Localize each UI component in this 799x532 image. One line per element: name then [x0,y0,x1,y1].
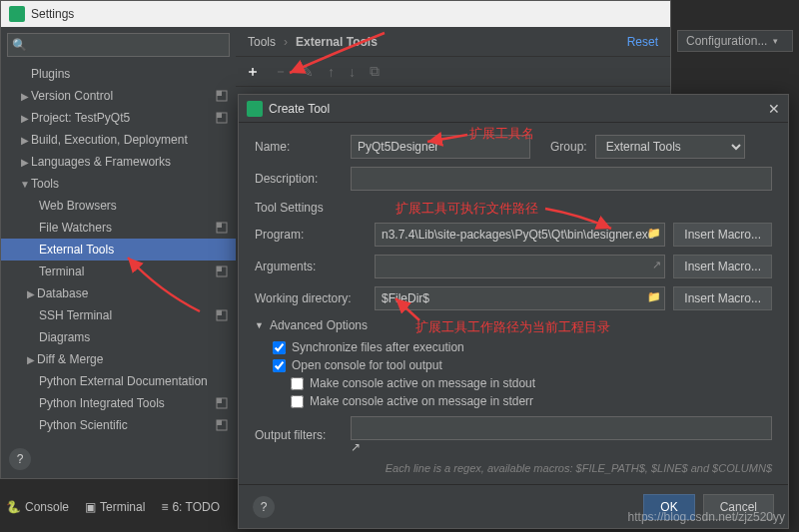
project-scope-icon [216,397,228,409]
tree-terminal[interactable]: Terminal [1,261,236,282]
tree-web-browsers[interactable]: Web Browsers [1,195,236,217]
dialog-help-button[interactable]: ? [253,496,275,518]
sync-checkbox-row: Synchronize files after execution [273,340,772,354]
remove-button[interactable]: － [274,63,288,81]
tree-languages[interactable]: ▶Languages & Frameworks [1,151,236,173]
filters-hint: Each line is a regex, available macros: … [255,462,772,474]
project-scope-icon [216,90,228,102]
svg-rect-7 [217,266,222,271]
tree-py-ext-doc[interactable]: Python External Documentation [1,370,236,392]
breadcrumb-root[interactable]: Tools [248,35,276,49]
bottom-console[interactable]: 🐍Console [6,500,69,514]
search-input[interactable] [7,33,230,57]
bottom-toolbar: 🐍Console ▣Terminal ≡6: TODO [6,500,220,514]
workdir-input[interactable] [375,286,665,310]
project-scope-icon [216,222,228,234]
insert-macro-arguments[interactable]: Insert Macro... [673,255,772,278]
project-scope-icon [216,309,228,321]
stderr-checkbox[interactable] [291,395,304,408]
reset-link[interactable]: Reset [627,35,658,49]
tree-tools[interactable]: ▼Tools [1,173,236,195]
copy-button[interactable]: ⧉ [370,63,380,80]
console-checkbox-row: Open console for tool output [273,358,772,372]
arguments-label: Arguments: [255,260,375,273]
close-icon[interactable]: ✕ [768,101,780,117]
stdout-checkbox[interactable] [291,377,304,390]
advanced-options-toggle[interactable]: ▼Advanced Options [255,318,772,332]
bottom-terminal[interactable]: ▣Terminal [85,500,145,514]
svg-rect-1 [217,91,222,96]
bottom-todo[interactable]: ≡6: TODO [161,500,220,514]
description-label: Description: [255,172,351,186]
program-input[interactable] [375,223,665,247]
edit-button[interactable]: ✎ [302,64,314,80]
group-label: Group: [550,140,587,154]
tree-file-watchers[interactable]: File Watchers [1,217,236,239]
expand-icon[interactable]: ↗ [652,259,661,271]
move-down-button[interactable]: ↓ [349,64,356,80]
ok-button[interactable]: OK [643,494,694,520]
todo-icon: ≡ [161,500,168,514]
search-icon: 🔍 [12,38,27,52]
filters-input[interactable] [351,416,772,440]
tree-plugins[interactable]: Plugins [1,63,236,85]
breadcrumb-leaf: External Tools [296,35,378,49]
project-scope-icon [216,112,228,124]
open-console-checkbox[interactable] [273,359,286,372]
browse-icon[interactable]: 📁 [647,290,661,303]
app-icon [9,6,25,22]
toolbar: ＋ － ✎ ↑ ↓ ⧉ [236,57,670,87]
arguments-input[interactable] [375,255,665,278]
insert-macro-workdir[interactable]: Insert Macro... [673,286,772,310]
terminal-icon: ▣ [85,500,96,514]
svg-rect-5 [217,223,222,228]
program-label: Program: [255,228,375,242]
settings-tree: Plugins ▶Version Control ▶Project: TestP… [1,63,236,440]
console-icon: 🐍 [6,500,21,514]
breadcrumb: Tools › External Tools Reset [236,27,670,57]
group-select[interactable]: External Tools [595,135,745,159]
workdir-label: Working directory: [255,291,375,305]
cancel-button[interactable]: Cancel [703,494,774,520]
dialog-titlebar: Create Tool ✕ [239,95,788,123]
svg-rect-13 [217,420,222,425]
app-icon [247,101,263,117]
breadcrumb-separator: › [284,35,288,49]
settings-title: Settings [31,7,74,21]
description-input[interactable] [351,167,772,191]
dialog-title: Create Tool [269,102,330,116]
settings-titlebar: Settings [1,1,670,27]
create-tool-dialog: Create Tool ✕ Name: Group: External Tool… [238,94,789,529]
tree-database[interactable]: ▶Database [1,282,236,304]
tree-build[interactable]: ▶Build, Execution, Deployment [1,129,236,151]
insert-macro-program[interactable]: Insert Macro... [673,223,772,247]
dialog-footer: ? OK Cancel [239,484,788,528]
project-scope-icon [216,419,228,431]
run-configuration-dropdown[interactable]: Configuration... ▾ [677,30,793,52]
svg-rect-9 [217,310,222,315]
expand-icon[interactable]: ↗ [351,440,361,454]
help-button[interactable]: ? [9,448,31,470]
tree-py-sci[interactable]: Python Scientific [1,414,236,436]
tree-diff-merge[interactable]: ▶Diff & Merge [1,348,236,370]
tree-py-int-tools[interactable]: Python Integrated Tools [1,392,236,414]
chevron-down-icon: ▾ [773,36,778,46]
browse-icon[interactable]: 📁 [647,227,661,240]
chevron-down-icon: ▼ [255,320,264,330]
svg-rect-11 [217,398,222,403]
filters-label: Output filters: [255,428,351,442]
stdout-checkbox-row: Make console active on message in stdout [291,376,772,390]
tree-version-control[interactable]: ▶Version Control [1,85,236,107]
tree-project[interactable]: ▶Project: TestPyQt5 [1,107,236,129]
config-label: Configuration... [686,34,767,48]
tree-diagrams[interactable]: Diagrams [1,326,236,348]
add-button[interactable]: ＋ [246,63,260,81]
name-input[interactable] [351,135,530,159]
tree-ssh-terminal[interactable]: SSH Terminal [1,304,236,326]
tree-external-tools[interactable]: External Tools [1,239,236,261]
move-up-button[interactable]: ↑ [328,64,335,80]
settings-search: 🔍 [7,33,230,57]
stderr-checkbox-row: Make console active on message in stderr [291,394,772,408]
sync-checkbox[interactable] [273,341,286,354]
project-scope-icon [216,266,228,277]
